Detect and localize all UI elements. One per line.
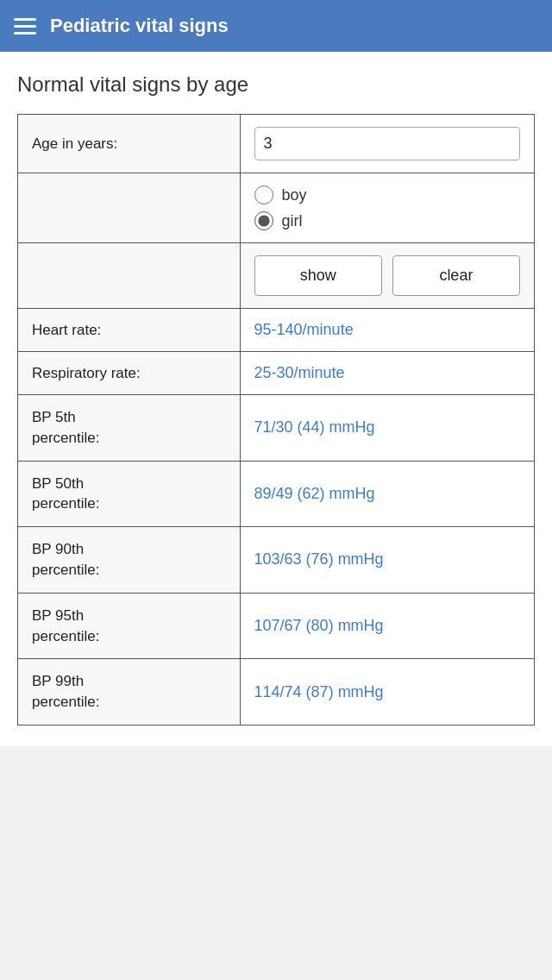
menu-button[interactable] [14, 18, 36, 35]
page-title: Normal vital signs by age [17, 72, 535, 97]
heart-rate-row: Heart rate: 95-140/minute [18, 309, 535, 352]
main-content: Normal vital signs by age Age in years: … [0, 52, 552, 746]
button-row: show clear [18, 243, 535, 309]
gender-radio-group: boy girl [254, 185, 520, 230]
bp-90th-value: 103/63 (76) mmHg [240, 527, 534, 594]
bp-90th-row: BP 90th percentile: 103/63 (76) mmHg [18, 527, 535, 594]
bp-50th-row: BP 50th percentile: 89/49 (62) mmHg [18, 461, 535, 527]
bp-95th-value: 107/67 (80) mmHg [240, 593, 534, 659]
clear-button[interactable]: clear [392, 255, 520, 296]
bp-90th-label: BP 90th percentile: [18, 527, 241, 594]
vitals-table: Age in years: boy girl [17, 114, 535, 726]
button-cell: show clear [240, 243, 534, 309]
heart-rate-value: 95-140/minute [240, 309, 534, 352]
bp-5th-label: BP 5th percentile: [18, 395, 241, 462]
respiratory-rate-value: 25-30/minute [240, 352, 534, 395]
button-group: show clear [254, 255, 520, 296]
age-input[interactable] [254, 127, 520, 160]
show-button[interactable]: show [254, 255, 382, 296]
bp-50th-label: BP 50th percentile: [18, 461, 241, 527]
bp-95th-label: BP 95th percentile: [18, 593, 241, 659]
age-input-cell [240, 115, 534, 173]
gender-row: boy girl [18, 173, 535, 243]
gender-options-cell: boy girl [240, 173, 534, 243]
bp-99th-row: BP 99th percentile: 114/74 (87) mmHg [18, 659, 535, 726]
bp-50th-value: 89/49 (62) mmHg [240, 461, 534, 527]
boy-label: boy [282, 186, 307, 204]
app-header: Pediatric vital signs [0, 0, 552, 52]
gender-label-cell [18, 173, 241, 243]
bp-99th-value: 114/74 (87) mmHg [240, 659, 534, 726]
boy-radio[interactable] [254, 185, 273, 204]
bp-5th-row: BP 5th percentile: 71/30 (44) mmHg [18, 395, 535, 462]
button-label-cell [18, 243, 241, 309]
bp-5th-value: 71/30 (44) mmHg [240, 395, 534, 462]
bp-95th-row: BP 95th percentile: 107/67 (80) mmHg [18, 593, 535, 659]
app-title: Pediatric vital signs [50, 15, 229, 37]
age-row: Age in years: [18, 115, 535, 173]
bp-99th-label: BP 99th percentile: [18, 659, 241, 726]
respiratory-rate-label: Respiratory rate: [18, 352, 241, 395]
boy-option[interactable]: boy [254, 185, 520, 204]
girl-option[interactable]: girl [254, 211, 520, 230]
heart-rate-label: Heart rate: [18, 309, 241, 352]
age-label: Age in years: [18, 115, 241, 173]
girl-label: girl [282, 212, 303, 230]
respiratory-rate-row: Respiratory rate: 25-30/minute [18, 352, 535, 395]
girl-radio[interactable] [254, 211, 273, 230]
